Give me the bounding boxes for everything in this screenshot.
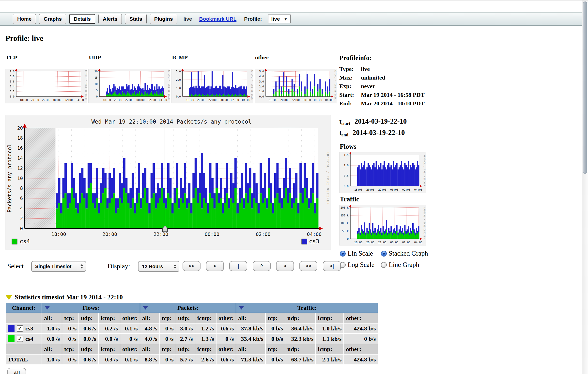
svg-text:16: 16 (17, 145, 23, 151)
profileinfo-panel: Profileinfo: Type:live Max:unlimited Exp… (339, 54, 425, 108)
tab-home[interactable]: Home (13, 14, 36, 24)
stat-value: 0.6 /s (217, 355, 236, 364)
chevron-down-icon: ▼ (284, 17, 288, 21)
sub-header-label: all: (140, 313, 159, 323)
lin-scale-radio[interactable] (340, 251, 346, 257)
traffic-heading: Traffic (340, 195, 359, 203)
chart-canvas-icmp: 3.02.01.00.018:0020:0022:0000:0002:0004:… (172, 69, 253, 103)
profileinfo-row: Max:unlimited (339, 73, 425, 82)
svg-text:20:00: 20:00 (197, 98, 205, 102)
bookmark-url-link[interactable]: Bookmark URL (199, 16, 237, 22)
tab-plugins[interactable]: Plugins (150, 14, 177, 24)
traffic-chart[interactable]: 200 k150 k100 k50 k018:0020:0022:0000:00… (339, 205, 425, 245)
page-start-button[interactable]: << (183, 261, 201, 271)
line-graph-radio[interactable] (381, 262, 387, 268)
sub-header-label: tcp: (266, 313, 285, 323)
stat-value: 0 /s (62, 334, 78, 344)
svg-text:Packets/s any protocol: Packets/s any protocol (7, 144, 13, 212)
sub-header-label: udp: (285, 313, 315, 323)
tab-graphs[interactable]: Graphs (39, 14, 66, 24)
stacked-graph-radio[interactable] (381, 251, 387, 257)
svg-text:22:00: 22:00 (208, 98, 217, 102)
chart-canvas-tcp: 1.00.80.60.40.20.018:0020:0022:0000:0002… (5, 69, 87, 103)
svg-text:00:00: 00:00 (137, 98, 145, 102)
svg-text:02:00: 02:00 (64, 98, 73, 102)
tab-stats[interactable]: Stats (125, 14, 146, 24)
svg-text:10: 10 (94, 82, 98, 86)
display-select[interactable]: 12 Hours (138, 261, 179, 272)
lin-scale-option: Lin Scale (340, 250, 373, 257)
nav-profile-label: Profile: (244, 16, 262, 22)
flows-chart[interactable]: 1.51.00.50.018:0020:0022:0000:0002:0004:… (339, 152, 425, 193)
timeslot-select[interactable]: Single Timeslot (31, 261, 86, 272)
svg-text:00:00: 00:00 (205, 231, 219, 237)
svg-text:3.0: 3.0 (176, 70, 181, 73)
profile-dropdown[interactable]: live ▼ (268, 15, 291, 23)
svg-text:0.0: 0.0 (344, 185, 349, 188)
svg-text:15: 15 (94, 76, 98, 79)
stacked-graph-label: Stacked Graph (389, 250, 428, 257)
svg-text:0.6: 0.6 (10, 80, 15, 83)
lin-scale-label: Lin Scale (348, 250, 373, 257)
traffic-collapse-triangle-icon[interactable] (239, 306, 244, 310)
stat-value: 0.3 /s (99, 355, 120, 364)
svg-text:5: 5 (96, 89, 98, 92)
sub-header-label: all: (236, 313, 265, 323)
svg-text:50 k: 50 k (342, 229, 349, 233)
svg-text:20:00: 20:00 (366, 241, 374, 244)
stat-value: 1.0 /s (42, 324, 62, 333)
cs3-checkbox[interactable]: ✓ (17, 325, 23, 332)
vertical-scrollbar[interactable] (582, 0, 588, 374)
sub-header-label: all: (42, 313, 62, 323)
svg-text:150 k: 150 k (340, 214, 349, 217)
stat-value: 0 /s (62, 324, 78, 333)
svg-text:8: 8 (20, 185, 23, 191)
up-button[interactable]: ^ (253, 261, 271, 271)
svg-text:RRDTOOL / TOBI OETIKER: RRDTOOL / TOBI OETIKER (423, 155, 425, 186)
stat-value: 4.8 /s (140, 324, 159, 333)
prev-button[interactable]: < (206, 261, 224, 271)
cs3-color-swatch (8, 325, 15, 332)
tab-alerts[interactable]: Alerts (98, 14, 122, 24)
flows-collapse-triangle-icon[interactable] (45, 306, 50, 310)
other-protocol-chart[interactable]: 5.04.03.02.01.00.018:0020:0022:0000:0002… (255, 69, 336, 103)
all-button[interactable]: All (7, 368, 26, 374)
stat-value: 3.0 /s (176, 324, 195, 333)
stat-value: 0 b/s (266, 355, 285, 364)
cs4-checkbox[interactable]: ✓ (17, 336, 23, 342)
svg-text:20:00: 20:00 (102, 231, 117, 237)
display-select-value: 12 Hours (142, 264, 163, 269)
icmp-protocol-chart[interactable]: 3.02.01.00.018:0020:0022:0000:0002:0004:… (171, 69, 253, 103)
t-start-symbol: tstart (339, 118, 350, 125)
stacked-graph-option: Stacked Graph (381, 250, 428, 257)
sub-header-label: tcp: (160, 344, 176, 354)
tab-details[interactable]: Details (69, 14, 95, 24)
svg-text:18:00: 18:00 (269, 98, 277, 102)
stat-value: 0.1 /s (120, 355, 140, 364)
forward-button[interactable]: >> (299, 261, 317, 271)
main-packets-chart[interactable]: 2018161412108642018:0020:0022:0000:0002:… (5, 115, 330, 249)
sub-header-label: icmp: (99, 344, 120, 354)
collapse-triangle-icon[interactable] (5, 295, 12, 300)
svg-text:RRDTOOL / TOBI OETIKER: RRDTOOL / TOBI OETIKER (423, 208, 425, 239)
stat-value: 0 /s (120, 334, 140, 344)
svg-text:2.0: 2.0 (176, 78, 181, 81)
next-button[interactable]: > (276, 261, 294, 271)
packets-collapse-triangle-icon[interactable] (143, 306, 148, 310)
stat-value: 0.0 /s (79, 334, 98, 344)
current-button[interactable]: | (229, 261, 247, 271)
udp-protocol-chart[interactable]: 2015105018:0020:0022:0000:0002:0004:00RR… (88, 69, 170, 103)
profileinfo-heading: Profileinfo: (339, 54, 425, 62)
tcp-protocol-chart[interactable]: 1.00.80.60.40.20.018:0020:0022:0000:0002… (5, 69, 87, 103)
sub-header-label: udp: (176, 313, 195, 323)
scrollbar-thumb[interactable] (583, 1, 587, 174)
svg-text:200 k: 200 k (340, 206, 349, 209)
svg-text:18:00: 18:00 (51, 231, 66, 237)
svg-text:18:00: 18:00 (20, 98, 28, 102)
page-end-button[interactable]: >| (323, 261, 341, 271)
sub-header-label: all: (236, 344, 265, 354)
svg-text:6: 6 (20, 195, 23, 201)
svg-text:18: 18 (17, 135, 23, 141)
stat-value: 0.6 /s (217, 324, 236, 333)
t-end-symbol: tend (339, 129, 348, 136)
